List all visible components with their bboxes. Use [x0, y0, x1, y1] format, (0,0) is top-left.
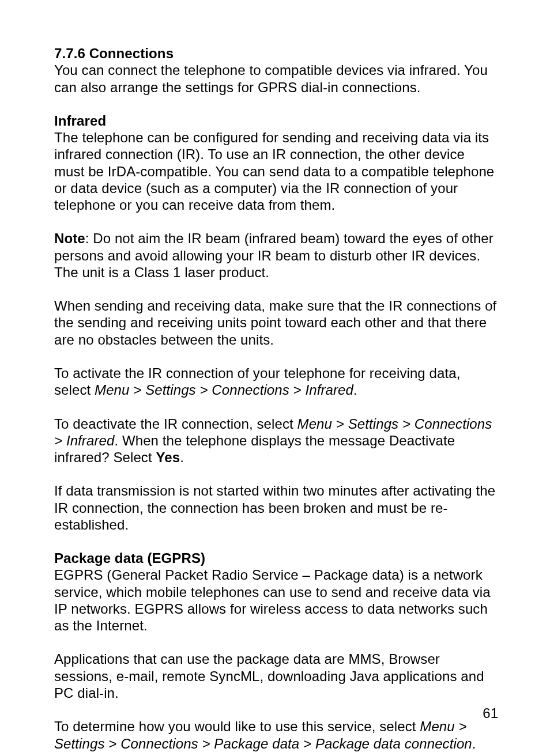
ir-timeout: If data transmission is not started with…: [54, 482, 498, 533]
ir-deactivate: To deactivate the IR connection, select …: [54, 415, 498, 466]
heading-infrared: Infrared: [54, 113, 106, 128]
note-block: Note: Do not aim the IR beam (infrared b…: [54, 230, 498, 281]
section-infrared: Infrared The telephone can be configured…: [54, 112, 498, 214]
service-post: .: [472, 736, 476, 751]
service-pre: To determine how you would like to use t…: [54, 719, 420, 734]
note-body: : Do not aim the IR beam (infrared beam)…: [54, 230, 494, 280]
body-connections: You can connect the telephone to compati…: [54, 62, 488, 94]
section-connections: 7.7.6 Connections You can connect the te…: [54, 45, 498, 96]
heading-connections: 7.7.6 Connections: [54, 46, 174, 61]
document-page: 7.7.6 Connections You can connect the te…: [0, 0, 550, 756]
page-number: 61: [483, 705, 498, 721]
body-infrared: The telephone can be configured for send…: [54, 130, 494, 213]
ir-activate: To activate the IR connection of your te…: [54, 365, 498, 399]
apps-paragraph: Applications that can use the package da…: [54, 651, 498, 701]
service-select: To determine how you would like to use t…: [54, 718, 498, 752]
section-egprs: Package data (EGPRS) EGPRS (General Pack…: [54, 550, 498, 634]
heading-egprs: Package data (EGPRS): [54, 550, 205, 566]
deactivate-mid: . When the telephone displays the messag…: [54, 433, 455, 465]
deactivate-pre: To deactivate the IR connection, select: [54, 416, 297, 432]
body-egprs: EGPRS (General Packet Radio Service – Pa…: [54, 567, 491, 633]
activate-post: .: [353, 382, 357, 398]
activate-path: Menu > Settings > Connections > Infrared: [95, 382, 353, 398]
note-label: Note: [54, 230, 85, 246]
ir-alignment: When sending and receiving data, make su…: [54, 297, 498, 348]
deactivate-yes: Yes: [156, 449, 180, 465]
deactivate-post: .: [180, 449, 184, 465]
